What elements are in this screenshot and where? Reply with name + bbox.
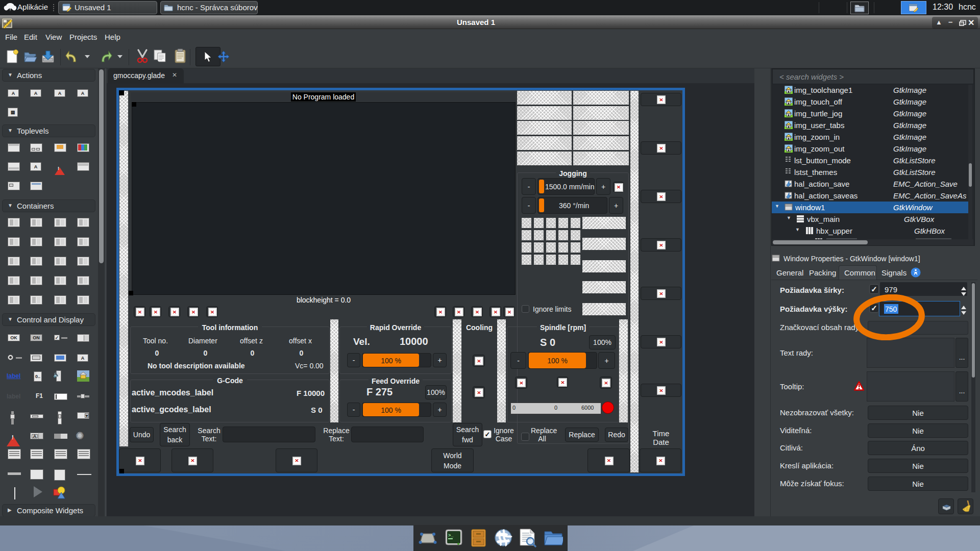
svg-text:>_: >_ (448, 533, 454, 538)
